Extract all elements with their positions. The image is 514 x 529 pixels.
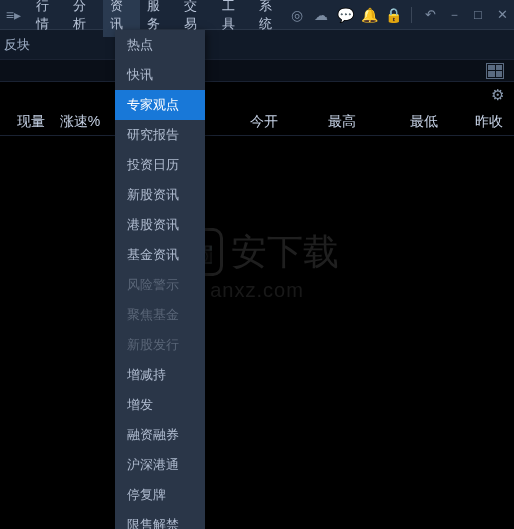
titlebar: ≡▸ 行情 分析 资讯 服务 交易 工具 系统 ◎ ☁ 💬 🔔 🔒 ↶ － □ … <box>0 0 514 30</box>
toolbar-secondary <box>0 60 514 82</box>
watermark-title: 安下载 <box>231 228 339 277</box>
maximize-button[interactable]: □ <box>470 7 486 23</box>
dropdown-item-13[interactable]: 融资融券 <box>115 420 205 450</box>
chat-icon[interactable]: 💬 <box>337 7 353 23</box>
breadcrumb-label: 反块 <box>4 36 30 54</box>
dropdown-item-7[interactable]: 基金资讯 <box>115 240 205 270</box>
minimize-button[interactable]: － <box>446 7 462 23</box>
dropdown-item-2[interactable]: 专家观点 <box>115 90 205 120</box>
dropdown-item-11[interactable]: 增减持 <box>115 360 205 390</box>
menu-tools[interactable]: 工具 <box>215 0 252 37</box>
cloud-icon[interactable]: ☁ <box>313 7 329 23</box>
dropdown-item-5[interactable]: 新股资讯 <box>115 180 205 210</box>
dropdown-item-0[interactable]: 热点 <box>115 30 205 60</box>
col-speed[interactable]: 涨速% <box>50 113 110 131</box>
menu-quotes[interactable]: 行情 <box>29 0 66 37</box>
separator <box>411 7 412 23</box>
dropdown-item-4[interactable]: 投资日历 <box>115 150 205 180</box>
col-volume[interactable]: 现量 <box>0 113 50 131</box>
dropdown-item-12[interactable]: 增发 <box>115 390 205 420</box>
col-high[interactable]: 最高 <box>299 113 384 131</box>
dropdown-item-6[interactable]: 港股资讯 <box>115 210 205 240</box>
settings-icon[interactable]: ⚙ <box>491 86 504 104</box>
titlebar-right: ◎ ☁ 💬 🔔 🔒 ↶ － □ ✕ <box>289 7 510 23</box>
dropdown-item-15[interactable]: 停复牌 <box>115 480 205 510</box>
back-icon[interactable]: ↶ <box>422 7 438 23</box>
lock-icon[interactable]: 🔒 <box>385 7 401 23</box>
col-prevclose[interactable]: 昨收 <box>464 113 514 131</box>
dropdown-item-10: 新股发行 <box>115 330 205 360</box>
col-low[interactable]: 最低 <box>384 113 464 131</box>
bell-icon[interactable]: 🔔 <box>361 7 377 23</box>
dropdown-item-9: 聚焦基金 <box>115 300 205 330</box>
dropdown-item-1[interactable]: 快讯 <box>115 60 205 90</box>
globe-icon[interactable]: ◎ <box>289 7 305 23</box>
menu-system[interactable]: 系统 <box>252 0 289 37</box>
dropdown-item-3[interactable]: 研究报告 <box>115 120 205 150</box>
close-button[interactable]: ✕ <box>494 7 510 23</box>
menu-toggle-icon[interactable]: ≡▸ <box>4 7 23 23</box>
table-header-row: 现量 涨速% 今开 最高 最低 昨收 <box>0 108 514 136</box>
grid-view-icon[interactable] <box>486 63 504 79</box>
col-open[interactable]: 今开 <box>230 113 300 131</box>
dropdown-item-8: 风险警示 <box>115 270 205 300</box>
dropdown-item-14[interactable]: 沪深港通 <box>115 450 205 480</box>
dropdown-item-16[interactable]: 限售解禁 <box>115 510 205 529</box>
toolbar-tertiary: ⚙ <box>0 82 514 108</box>
menu-analysis[interactable]: 分析 <box>66 0 103 37</box>
news-dropdown-menu: 热点快讯专家观点研究报告投资日历新股资讯港股资讯基金资讯风险警示聚焦基金新股发行… <box>115 30 205 529</box>
